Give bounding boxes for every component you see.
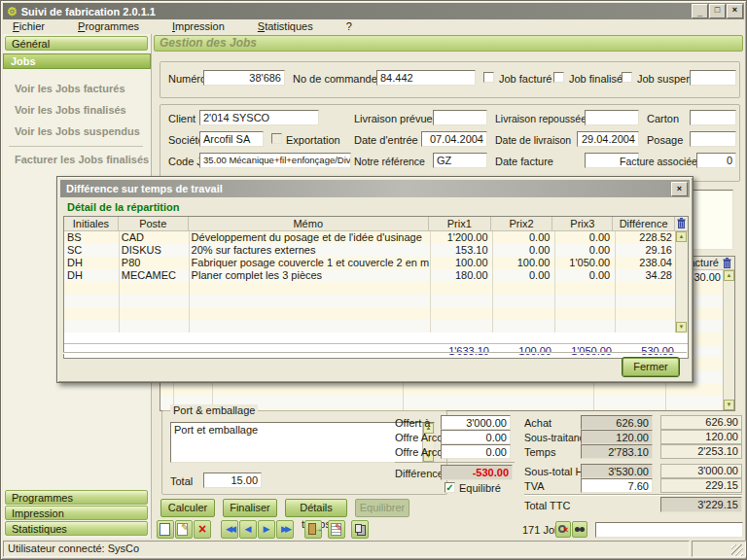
sidebar-item-jobs-suspendus[interactable]: Voir les Jobs suspendus: [15, 125, 140, 137]
sidebar-item-facturer-finalises[interactable]: Facturer les Jobs finalisés: [15, 154, 149, 165]
soustotal-facture-field: 3'000.00: [660, 464, 742, 478]
difference-field: -530.00: [441, 465, 513, 480]
soustraitance-facture-field: 120.00: [660, 430, 742, 444]
col-memo[interactable]: Mémo: [189, 217, 429, 230]
search-button[interactable]: [572, 521, 587, 538]
delete-row-icon[interactable]: [677, 218, 686, 228]
exit-button[interactable]: →: [304, 520, 322, 539]
items-delete-icon[interactable]: [723, 258, 731, 268]
search-input[interactable]: [595, 522, 743, 538]
copy-button[interactable]: [351, 520, 369, 539]
col-prix1[interactable]: Prix1: [429, 217, 491, 230]
last-record-button[interactable]: ▶▶: [276, 520, 294, 539]
exportation-checkbox[interactable]: [271, 133, 282, 144]
next-record-button[interactable]: ▶: [258, 520, 275, 539]
table-row[interactable]: SC DISKUS 20% sur factures externes 153.…: [64, 244, 675, 257]
sidebar-item-jobs-finalises[interactable]: Voir les Jobs finalisés: [15, 104, 126, 116]
table-row[interactable]: BS CAD Développement du posage et de l'i…: [64, 231, 675, 244]
commande-field[interactable]: 84.442: [376, 70, 476, 86]
carton-field[interactable]: [690, 110, 736, 125]
page-title-bar: Gestion des Jobs: [154, 35, 743, 52]
menu-fichier[interactable]: Fichier: [3, 19, 54, 34]
menu-programmes[interactable]: Programmes: [68, 19, 149, 34]
job-suspendu-checkbox[interactable]: [622, 72, 632, 83]
scroll-down-icon[interactable]: ▼: [724, 400, 734, 410]
codejob-field[interactable]: 35.00 Mécanique+fil+enfonçage/Divers: [199, 153, 351, 168]
delete-job-button[interactable]: ×: [194, 520, 211, 539]
dialog-section-label: Détail de la répartition: [67, 201, 180, 213]
repartition-scrollbar[interactable]: ▲ ▼: [675, 231, 688, 332]
offre-arcofil-field[interactable]: 0.00: [441, 430, 511, 444]
col-prix2[interactable]: Prix2: [491, 217, 553, 230]
menu-statistiques[interactable]: Statistiques: [248, 19, 323, 34]
previous-record-button[interactable]: ◀: [239, 520, 257, 539]
dfacture-label: Date facture: [495, 156, 553, 167]
minimize-button[interactable]: _: [692, 4, 708, 18]
port-total-field[interactable]: 15.00: [203, 472, 262, 488]
dlivraison-field[interactable]: 29.04.2004: [577, 131, 639, 147]
close-button[interactable]: ×: [727, 4, 743, 18]
details-temps-button[interactable]: Détails temps: [285, 499, 347, 517]
col-difference[interactable]: Différence: [613, 217, 675, 230]
finaliser-button[interactable]: Finaliser: [223, 499, 277, 517]
job-facture-checkbox[interactable]: [483, 72, 494, 83]
sidebar-section-jobs[interactable]: Jobs: [3, 53, 151, 69]
title-bar[interactable]: ⚙ Suivi de fabrication 2.0.1.1 _ □ ×: [3, 3, 744, 19]
table-row[interactable]: DH MECAMEC Planer complet les 3 pièces 1…: [64, 269, 675, 282]
sidebar-item-jobs-factures[interactable]: Voir les Jobs facturés: [15, 83, 125, 94]
equilibre-checkbox[interactable]: ✓: [445, 482, 455, 493]
client-label: Client: [168, 113, 196, 124]
temps-label: Temps: [524, 446, 555, 458]
scroll-down-icon[interactable]: ▼: [676, 322, 687, 332]
new-page-icon: [160, 523, 170, 536]
dentree-label: Date d'entrée: [354, 134, 418, 146]
livrepoussee-field[interactable]: [585, 110, 639, 125]
tva-field[interactable]: 7.60: [581, 478, 653, 493]
table-row[interactable]: DH P80 Fabriquer posage couvercle 1 et c…: [64, 257, 675, 269]
edit-job-button[interactable]: ✎: [175, 520, 193, 539]
copy-icon: [355, 524, 362, 533]
report-button[interactable]: ✎: [328, 520, 345, 539]
dentree-field[interactable]: 07.04.2004: [421, 131, 487, 147]
app-window: ⚙ Suivi de fabrication 2.0.1.1 _ □ × Fic…: [0, 0, 747, 560]
numero-field[interactable]: 38'686: [203, 70, 285, 86]
last-record-icon: ▶▶: [281, 524, 289, 534]
dialog-title: Différence sur temps de travail: [66, 183, 223, 194]
dialog-close-icon[interactable]: ×: [671, 182, 688, 196]
new-job-button[interactable]: [157, 520, 174, 539]
client-field[interactable]: 2'014 SYSCO: [199, 110, 319, 125]
col-prix3[interactable]: Prix3: [552, 217, 613, 230]
sidebar-section-general[interactable]: Général: [5, 36, 148, 51]
sidebar-section-statistiques[interactable]: Statistiques: [5, 521, 148, 536]
col-initiales[interactable]: Initiales: [64, 217, 119, 230]
fermer-button[interactable]: Fermer: [622, 358, 679, 376]
col-poste[interactable]: Poste: [119, 217, 189, 230]
menu-help[interactable]: ?: [337, 19, 362, 34]
calculer-button[interactable]: Calculer: [160, 499, 215, 517]
factassoc-field[interactable]: 0: [696, 153, 736, 168]
items-table-scrollbar[interactable]: ▲ ▼: [723, 270, 734, 410]
dialog-title-bar[interactable]: Différence sur temps de travail ×: [60, 180, 690, 197]
resize-grip[interactable]: [731, 544, 743, 556]
equilibrer-button[interactable]: Equilibrer: [355, 499, 409, 517]
offre-arcomec-field[interactable]: 0.00: [441, 444, 511, 459]
maximize-button[interactable]: □: [709, 4, 726, 18]
first-record-button[interactable]: ◀◀: [221, 520, 238, 539]
clear-search-button[interactable]: ×: [555, 521, 571, 538]
scroll-up-icon[interactable]: ▲: [676, 231, 687, 242]
offert-field[interactable]: 3'000.00: [441, 415, 511, 430]
suspendu-field[interactable]: [690, 70, 736, 86]
posage-field[interactable]: [690, 131, 736, 147]
total-prix1: 1'633.10: [430, 344, 492, 358]
sidebar-section-impression[interactable]: Impression: [5, 506, 148, 520]
notreref-field[interactable]: GZ: [433, 153, 487, 168]
delete-x-icon: ×: [198, 521, 206, 537]
menu-impression[interactable]: Impression: [162, 19, 234, 34]
scroll-up-icon[interactable]: ▲: [724, 270, 734, 281]
pencil-icon: ✎: [181, 522, 189, 533]
societe-field[interactable]: Arcofil SA: [199, 131, 264, 147]
menu-bar: Fichier Programmes Impression Statistiqu…: [3, 19, 744, 34]
job-finalise-checkbox[interactable]: [553, 72, 564, 83]
sidebar-section-programmes[interactable]: Programmes: [5, 490, 148, 505]
livprevue-field[interactable]: [433, 110, 487, 125]
